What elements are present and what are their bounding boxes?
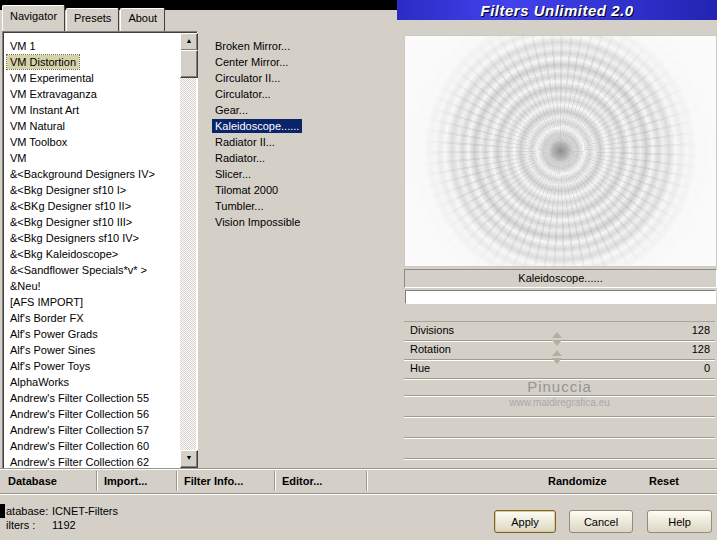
filter-label: Radiator II... (212, 135, 278, 149)
empty-row (404, 396, 715, 417)
filter-item[interactable]: Gear... (200, 102, 400, 118)
category-item[interactable]: Andrew's Filter Collection 57 (5, 422, 179, 438)
divisions-slider-thumb[interactable] (552, 332, 562, 346)
filter-label: Circulator... (212, 87, 274, 101)
category-item[interactable]: Alf's Power Grads (5, 326, 179, 342)
filter-item[interactable]: Kaleidoscope...... (200, 118, 400, 134)
category-item[interactable]: VM (5, 150, 179, 166)
editor-button[interactable]: Editor... (282, 469, 322, 493)
randomize-button[interactable]: Randomize (548, 469, 607, 493)
category-item[interactable]: VM Toolbox (5, 134, 179, 150)
category-item[interactable]: Andrew's Filter Collection 62 (5, 454, 179, 467)
filter-info-button[interactable]: Filter Info... (184, 469, 243, 493)
parameter-value: 128 (692, 324, 710, 336)
scroll-down-icon: ▼ (181, 451, 197, 465)
filter-item[interactable]: Circulator II... (200, 70, 400, 86)
category-label: Alf's Power Sines (7, 343, 98, 357)
empty-parameter-rows (404, 375, 715, 459)
parameter-name: Divisions (410, 324, 454, 336)
category-label: VM Distortion (7, 55, 79, 69)
category-scrollbar[interactable]: ▲ ▼ (180, 33, 196, 468)
category-item[interactable]: &<Bkg Designers sf10 IV> (5, 230, 179, 246)
scroll-up-button[interactable]: ▲ (180, 33, 198, 51)
app-title: Filters Unlimited 2.0 (480, 2, 633, 19)
category-item[interactable]: Andrew's Filter Collection 56 (5, 406, 179, 422)
filter-item[interactable]: Vision Impossible (200, 214, 400, 230)
category-label: Andrew's Filter Collection 55 (7, 391, 152, 405)
category-item[interactable]: VM Extravaganza (5, 86, 179, 102)
toolbar-separator (366, 471, 368, 491)
scroll-down-button[interactable]: ▼ (180, 450, 198, 468)
scroll-up-icon: ▲ (181, 34, 197, 48)
database-button[interactable]: Database (8, 469, 57, 493)
category-item[interactable]: &<Bkg Designer sf10 I> (5, 182, 179, 198)
filter-item[interactable]: Broken Mirror... (200, 38, 400, 54)
empty-row (404, 438, 715, 459)
category-item[interactable]: Alf's Power Sines (5, 342, 179, 358)
filter-item[interactable]: Circulator... (200, 86, 400, 102)
category-label: VM Natural (7, 119, 68, 133)
filter-label: Gear... (212, 103, 251, 117)
filter-item[interactable]: Radiator... (200, 150, 400, 166)
import-button[interactable]: Import... (104, 469, 147, 493)
category-label: Alf's Border FX (7, 311, 87, 325)
filter-label: Slicer... (212, 167, 254, 181)
tab-bar: Navigator Presets About (2, 10, 166, 31)
filter-label: Broken Mirror... (212, 39, 293, 53)
category-item[interactable]: Andrew's Filter Collection 55 (5, 390, 179, 406)
toolbar: Database Import... Filter Info... Editor… (0, 468, 717, 494)
category-label: VM Toolbox (7, 135, 70, 149)
tab-presets[interactable]: Presets (66, 8, 119, 31)
category-item[interactable]: AlphaWorks (5, 374, 179, 390)
category-item[interactable]: &<Bkg Kaleidoscope> (5, 246, 179, 262)
category-list: VM 1 VM Distortion VM Experimental VM Ex… (5, 34, 179, 467)
category-label: Andrew's Filter Collection 60 (7, 439, 152, 453)
category-item[interactable]: &<Bkg Designer sf10 III> (5, 214, 179, 230)
category-list-panel: VM 1 VM Distortion VM Experimental VM Ex… (2, 31, 198, 470)
category-item[interactable]: Alf's Power Toys (5, 358, 179, 374)
filters-unlimited-window: Filters Unlimited 2.0 Navigator Presets … (0, 0, 717, 540)
toolbar-separator (274, 471, 276, 491)
category-item[interactable]: [AFS IMPORT] (5, 294, 179, 310)
filter-item[interactable]: Slicer... (200, 166, 400, 182)
cancel-button[interactable]: Cancel (569, 510, 633, 533)
category-label: &<Background Designers IV> (7, 167, 158, 181)
category-item[interactable]: &<BKg Designer sf10 II> (5, 198, 179, 214)
category-label: &<Sandflower Specials*v* > (7, 263, 150, 277)
category-label: &<Bkg Designer sf10 III> (7, 215, 135, 229)
filter-item[interactable]: Tumbler... (200, 198, 400, 214)
category-label: Andrew's Filter Collection 57 (7, 423, 152, 437)
filter-item[interactable]: Center Mirror... (200, 54, 400, 70)
tab-navigator[interactable]: Navigator (2, 5, 65, 31)
scrollbar-thumb[interactable] (180, 50, 198, 78)
filter-label: Circulator II... (212, 71, 283, 85)
category-item[interactable]: VM 1 (5, 38, 179, 54)
category-label: &Neu! (7, 279, 44, 293)
filter-label: Tumbler... (212, 199, 267, 213)
empty-row (404, 417, 715, 438)
parameter-value: 0 (704, 362, 710, 374)
tab-about[interactable]: About (120, 8, 165, 31)
category-item[interactable]: Andrew's Filter Collection 60 (5, 438, 179, 454)
category-item[interactable]: VM Distortion (5, 54, 179, 70)
reset-button[interactable]: Reset (649, 469, 679, 493)
category-label: VM 1 (7, 39, 39, 53)
category-item[interactable]: VM Natural (5, 118, 179, 134)
category-label: Alf's Power Toys (7, 359, 93, 373)
category-item[interactable]: &<Background Designers IV> (5, 166, 179, 182)
filter-label: Vision Impossible (212, 215, 303, 229)
help-button[interactable]: Help (647, 510, 712, 533)
category-label: AlphaWorks (7, 375, 72, 389)
rotation-slider-thumb[interactable] (552, 350, 562, 364)
category-label: VM Instant Art (7, 103, 82, 117)
database-status-value: ICNET-Filters (52, 505, 118, 517)
category-item[interactable]: &Neu! (5, 278, 179, 294)
filter-item[interactable]: Radiator II... (200, 134, 400, 150)
apply-button[interactable]: Apply (494, 510, 556, 533)
category-item[interactable]: &<Sandflower Specials*v* > (5, 262, 179, 278)
category-item[interactable]: VM Instant Art (5, 102, 179, 118)
category-item[interactable]: Alf's Border FX (5, 310, 179, 326)
category-label: [AFS IMPORT] (7, 295, 86, 309)
filter-item[interactable]: Tilomat 2000 (200, 182, 400, 198)
category-item[interactable]: VM Experimental (5, 70, 179, 86)
